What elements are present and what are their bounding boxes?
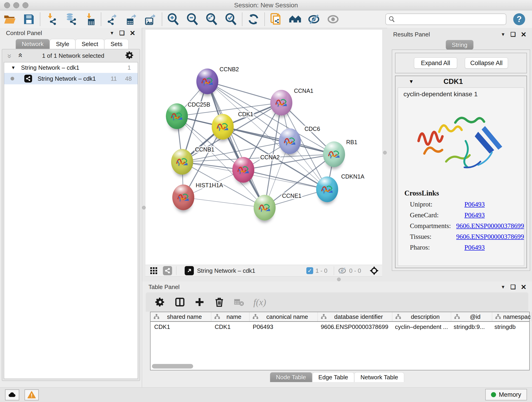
node-CCNB1[interactable] bbox=[171, 149, 193, 175]
tab-sets[interactable]: Sets bbox=[104, 39, 128, 49]
network-birdseye-button[interactable] bbox=[163, 266, 172, 275]
tab-network-table[interactable]: Network Table bbox=[354, 372, 404, 382]
table-cell[interactable]: CDK1 bbox=[151, 323, 211, 331]
import-table-button[interactable] bbox=[80, 12, 99, 27]
crosslink-link[interactable]: 9606.ENSP00000378699 bbox=[456, 233, 524, 240]
save-session-button[interactable] bbox=[19, 12, 38, 27]
show-grid-button[interactable] bbox=[150, 267, 158, 275]
horizontal-scrollbar[interactable] bbox=[152, 364, 193, 369]
right-splitter-handle[interactable] bbox=[383, 151, 387, 154]
crosslink-link[interactable]: 9606.ENSP00000378699 bbox=[456, 222, 524, 230]
selected-checkbox-icon[interactable]: ✓ bbox=[306, 267, 313, 274]
node-CDKN1A[interactable] bbox=[316, 177, 338, 202]
network-options-button[interactable] bbox=[125, 51, 134, 61]
search-input[interactable] bbox=[397, 15, 503, 23]
table-options-button[interactable] bbox=[155, 297, 165, 307]
tab-network[interactable]: Network bbox=[16, 39, 50, 49]
delete-column-button[interactable] bbox=[214, 297, 225, 307]
collapse-all-networks-icon[interactable]: » bbox=[6, 54, 14, 57]
import-network-database-button[interactable] bbox=[61, 12, 80, 27]
show-columns-button[interactable] bbox=[175, 297, 185, 307]
table-cell[interactable]: cyclin–dependent ... bbox=[391, 323, 450, 331]
cloud-status-button[interactable] bbox=[5, 389, 19, 400]
node-CDC6[interactable] bbox=[279, 128, 301, 154]
table-row[interactable]: CDK1CDK1P064939606.ENSP00000378699cyclin… bbox=[151, 322, 529, 332]
expand-all-button[interactable]: Expand All bbox=[414, 57, 457, 69]
create-column-button[interactable] bbox=[194, 297, 205, 307]
first-neighbors-button[interactable] bbox=[285, 12, 305, 27]
node-CCNE1[interactable] bbox=[254, 195, 276, 220]
tab-string[interactable]: String bbox=[446, 40, 474, 50]
control-panel-float-icon[interactable]: ❑ bbox=[119, 30, 125, 37]
expand-all-networks-icon[interactable]: » bbox=[16, 54, 23, 57]
detach-view-button[interactable] bbox=[185, 266, 194, 275]
node-CCNA1[interactable] bbox=[270, 90, 292, 115]
column-header-id[interactable]: @id bbox=[451, 312, 492, 321]
table-cell[interactable]: stringdb bbox=[491, 323, 530, 331]
network-row-selected[interactable]: String Network – cdk1 11 48 bbox=[4, 73, 138, 84]
collection-twisty-icon[interactable]: ▼ bbox=[11, 65, 16, 70]
refresh-icon bbox=[247, 13, 260, 26]
entry-twisty-icon[interactable]: ▼ bbox=[409, 79, 414, 85]
network-selection-status: 1 of 1 Network selected bbox=[21, 52, 125, 59]
apply-layout-button[interactable] bbox=[244, 12, 263, 27]
table-cell[interactable]: CDK1 bbox=[211, 323, 249, 331]
protein-entry-header[interactable]: ▼ CDK1 bbox=[395, 76, 526, 87]
open-session-button[interactable] bbox=[0, 12, 19, 27]
edge-CCNB2-CCNA1[interactable] bbox=[207, 81, 281, 103]
table-cell[interactable]: P06493 bbox=[249, 323, 317, 331]
node-CDK1[interactable] bbox=[212, 114, 234, 140]
results-panel-float-icon[interactable]: ❑ bbox=[510, 31, 516, 38]
crosslink-link[interactable]: P06493 bbox=[464, 211, 485, 219]
warnings-button[interactable] bbox=[25, 389, 39, 400]
results-panel-collapse-icon[interactable]: ▼ bbox=[501, 32, 505, 37]
export-image-button[interactable] bbox=[141, 12, 160, 27]
node-HIST1H1A[interactable] bbox=[172, 185, 194, 210]
export-network-button[interactable] bbox=[103, 12, 122, 27]
collapse-all-button[interactable]: Collapse All bbox=[465, 57, 508, 69]
zoom-fit-button[interactable] bbox=[202, 12, 221, 27]
tab-select[interactable]: Select bbox=[75, 39, 104, 49]
node-CDC25B[interactable] bbox=[166, 103, 188, 129]
column-header-name[interactable]: name bbox=[211, 312, 249, 321]
network-collection-row[interactable]: ▼ String Network – cdk1 1 bbox=[4, 62, 138, 73]
tab-node-table[interactable]: Node Table bbox=[270, 372, 312, 382]
crosslink-link[interactable]: P06493 bbox=[464, 201, 485, 208]
column-header-sharedname[interactable]: shared name bbox=[151, 312, 211, 321]
node-CCNB2[interactable] bbox=[196, 69, 218, 94]
export-table-button[interactable] bbox=[122, 12, 141, 27]
tab-edge-table[interactable]: Edge Table bbox=[312, 372, 355, 382]
column-header-databaseidentifier[interactable]: database identifier bbox=[318, 312, 392, 321]
bottom-splitter-handle[interactable] bbox=[337, 278, 341, 281]
memory-button[interactable]: Memory bbox=[485, 389, 527, 400]
left-splitter-handle[interactable] bbox=[142, 206, 146, 210]
network-view-canvas[interactable]: CCNB2CCNA1CDC25BCDK1CDC6RB1CCNB1CCNA2CDK… bbox=[146, 30, 382, 265]
control-panel-collapse-icon[interactable]: ▼ bbox=[110, 31, 114, 36]
edge-HIST1H1A-CCNE1[interactable] bbox=[183, 197, 265, 208]
import-network-file-button[interactable] bbox=[42, 12, 61, 27]
results-panel-close-icon[interactable]: ✕ bbox=[521, 31, 526, 38]
node-RB1[interactable] bbox=[323, 141, 345, 167]
tab-style[interactable]: Style bbox=[50, 39, 75, 49]
table-panel-collapse-icon[interactable]: ▼ bbox=[501, 284, 505, 290]
center-view-button[interactable] bbox=[369, 266, 379, 275]
table-panel-float-icon[interactable]: ❑ bbox=[510, 283, 516, 291]
control-panel-close-icon[interactable]: ✕ bbox=[130, 29, 135, 37]
zoom-out-button[interactable] bbox=[183, 12, 202, 27]
show-all-button[interactable] bbox=[324, 12, 343, 27]
column-header-description[interactable]: description bbox=[392, 312, 451, 321]
table-panel-close-icon[interactable]: ✕ bbox=[521, 283, 526, 291]
new-network-from-selection-button[interactable] bbox=[266, 12, 285, 27]
crosslink-link[interactable]: P06493 bbox=[464, 244, 485, 251]
edge-CCNB2-CCNE1[interactable] bbox=[207, 81, 265, 208]
zoom-selected-button[interactable] bbox=[221, 12, 241, 27]
hide-selected-button[interactable] bbox=[305, 12, 324, 27]
toolbar-separator bbox=[264, 13, 265, 26]
help-button[interactable]: ? bbox=[513, 13, 525, 25]
table-cell[interactable]: 9606.ENSP00000378699 bbox=[317, 323, 391, 331]
table-cell[interactable]: stringdb:9... bbox=[450, 323, 491, 331]
column-header-namespac[interactable]: namespac bbox=[492, 312, 531, 321]
column-header-canonicalname[interactable]: canonical name bbox=[249, 312, 318, 321]
node-CCNA2[interactable] bbox=[232, 157, 254, 183]
zoom-in-button[interactable] bbox=[164, 12, 183, 27]
